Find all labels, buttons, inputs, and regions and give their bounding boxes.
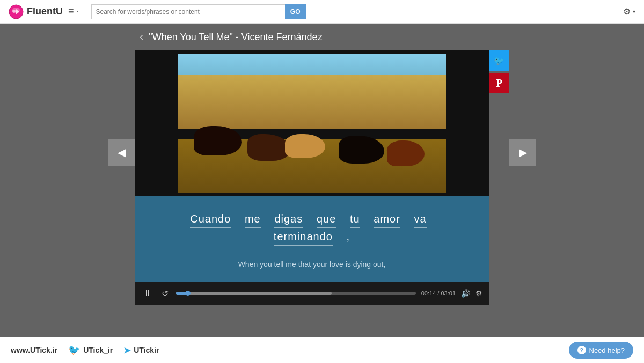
search-input[interactable] xyxy=(91,4,285,19)
fluentu-logo-icon xyxy=(9,4,24,19)
settings-area[interactable]: ⚙ ▾ xyxy=(623,6,635,17)
subtitle-english: When you tell me that your love is dying… xyxy=(238,260,386,269)
twitter-share-button[interactable]: 🐦 xyxy=(489,50,509,71)
help-button[interactable]: ? Need help? xyxy=(569,342,634,359)
progress-handle[interactable] xyxy=(185,291,191,296)
twitter-bird-icon: 🐦 xyxy=(68,344,80,356)
field-background xyxy=(178,75,446,129)
word-me[interactable]: me xyxy=(245,210,261,228)
page-title: "When You Tell Me" - Vicente Fernández xyxy=(149,32,322,43)
progress-loaded xyxy=(176,292,332,295)
horse-5 xyxy=(387,140,425,166)
telegram-handle: UTickir xyxy=(134,346,159,354)
logo-text: FluentU xyxy=(27,6,63,17)
video-scene xyxy=(178,54,446,193)
prev-arrow[interactable]: ◀ xyxy=(108,139,135,166)
time-display: 00:14 / 03:01 xyxy=(421,290,456,297)
back-arrow[interactable]: ‹ xyxy=(140,30,143,44)
horse-2 xyxy=(247,134,290,161)
settings-caret: ▾ xyxy=(633,9,635,14)
svg-point-2 xyxy=(12,10,16,13)
next-arrow[interactable]: ▶ xyxy=(509,139,536,166)
logo-area: FluentU ≡ · xyxy=(9,4,79,19)
twitter-handle: UTick_ir xyxy=(83,346,113,354)
horse-4 xyxy=(339,136,384,164)
play-pause-button[interactable]: ⏸ xyxy=(141,287,154,299)
twitter-icon: 🐦 xyxy=(494,56,504,66)
volume-button[interactable]: 🔊 xyxy=(461,289,470,298)
word-que[interactable]: que xyxy=(317,210,336,228)
subtitle-area: Cuando me digas que tu amor va terminand… xyxy=(135,196,489,282)
top-navigation: FluentU ≡ · GO ⚙ ▾ xyxy=(0,0,644,24)
word-comma: , xyxy=(347,228,350,245)
subtitle-spanish: Cuando me digas que tu amor va terminand… xyxy=(156,210,467,246)
social-icons: 🐦 P xyxy=(489,50,509,93)
word-terminando[interactable]: terminando xyxy=(274,228,333,246)
word-digas[interactable]: digas xyxy=(274,210,303,228)
horse-3 xyxy=(285,134,325,158)
controls-bar: ⏸ ↺ 00:14 / 03:01 🔊 ⚙ xyxy=(135,282,489,305)
horse-1 xyxy=(194,126,242,155)
title-row: ‹ "When You Tell Me" - Vicente Fernández xyxy=(140,30,504,44)
progress-bar[interactable] xyxy=(176,292,416,295)
menu-icon[interactable]: ≡ · xyxy=(68,6,79,17)
settings-button[interactable]: ⚙ xyxy=(475,289,482,298)
settings-icon: ⚙ xyxy=(623,6,631,17)
site-label: www.UTick.ir xyxy=(11,346,57,354)
pinterest-share-button[interactable]: P xyxy=(489,73,509,93)
bottom-bar: www.UTick.ir 🐦 UTick_ir ➤ UTickir ? Need… xyxy=(0,337,644,363)
video-container: Cuando me digas que tu amor va terminand… xyxy=(135,50,489,305)
search-button[interactable]: GO xyxy=(285,4,306,19)
help-circle-icon: ? xyxy=(577,346,586,354)
twitter-handle-area: 🐦 UTick_ir xyxy=(68,344,113,356)
player-section: ◀ xyxy=(108,50,536,305)
telegram-icon: ➤ xyxy=(123,345,130,355)
main-content: ‹ "When You Tell Me" - Vicente Fernández… xyxy=(0,24,644,363)
telegram-handle-area: ➤ UTickir xyxy=(123,345,159,355)
help-label: Need help? xyxy=(589,346,625,354)
word-va[interactable]: va xyxy=(414,210,427,228)
replay-button[interactable]: ↺ xyxy=(159,287,171,300)
pinterest-icon: P xyxy=(496,77,502,90)
word-tu[interactable]: tu xyxy=(350,210,360,228)
word-amor[interactable]: amor xyxy=(374,210,400,228)
video-frame[interactable] xyxy=(135,50,489,196)
word-cuando[interactable]: Cuando xyxy=(190,210,231,228)
search-area: GO xyxy=(91,4,306,19)
